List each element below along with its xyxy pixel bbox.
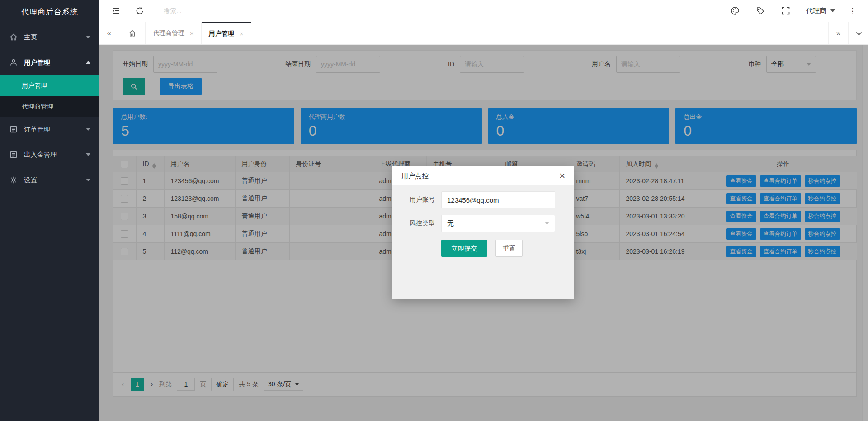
account-label: 用户账号 bbox=[392, 196, 441, 204]
modal-body: 用户账号 风控类型 无 立即提交 重置 bbox=[392, 185, 574, 299]
risk-type-select[interactable]: 无 bbox=[441, 215, 555, 232]
sidebar-subitem-user-management[interactable]: 用户管理 bbox=[0, 75, 99, 96]
user-menu-label: 代理商 bbox=[806, 7, 826, 15]
sidebar-menu: 主页 用户管理 用户管理 代理商管理 订单管理 bbox=[0, 24, 99, 193]
refresh-icon[interactable] bbox=[135, 6, 145, 16]
user-control-modal: 用户点控 × 用户账号 风控类型 无 立即提交 重置 bbox=[392, 166, 574, 299]
fullscreen-icon[interactable] bbox=[781, 6, 791, 16]
app-root: 代理商后台系统 主页 用户管理 用户管理 代理商管理 bbox=[0, 0, 868, 421]
gear-icon bbox=[9, 175, 18, 184]
funds-form-icon bbox=[9, 150, 18, 159]
more-vertical-icon[interactable]: ⋮ bbox=[849, 6, 856, 16]
sidebar-item-home[interactable]: 主页 bbox=[0, 24, 99, 50]
tabbar-right: » bbox=[828, 22, 868, 44]
modal-header: 用户点控 × bbox=[392, 166, 574, 185]
order-form-icon bbox=[9, 125, 18, 134]
sidebar-item-user-management[interactable]: 用户管理 bbox=[0, 50, 99, 75]
home-icon bbox=[9, 33, 18, 42]
sidebar-item-funds-management[interactable]: 出入金管理 bbox=[0, 142, 99, 167]
sidebar: 代理商后台系统 主页 用户管理 用户管理 代理商管理 bbox=[0, 0, 99, 421]
topbar: 代理商 ⋮ bbox=[99, 0, 868, 22]
chevron-down-icon bbox=[86, 153, 90, 156]
tab-label: 代理商管理 bbox=[153, 29, 184, 38]
close-icon[interactable]: × bbox=[240, 30, 244, 38]
chevron-down-icon bbox=[86, 128, 90, 131]
risk-type-label: 风控类型 bbox=[392, 219, 441, 227]
account-input[interactable] bbox=[441, 191, 555, 208]
submit-button[interactable]: 立即提交 bbox=[441, 240, 487, 257]
risk-type-value: 无 bbox=[447, 219, 454, 228]
user-menu[interactable]: 代理商 bbox=[806, 7, 835, 15]
topbar-actions: 代理商 ⋮ bbox=[715, 6, 856, 16]
close-icon[interactable]: × bbox=[190, 29, 194, 37]
sidebar-item-label: 主页 bbox=[24, 33, 37, 42]
chevron-down-icon bbox=[830, 9, 835, 12]
tabbar: « 代理商管理 × 用户管理 × » bbox=[99, 22, 868, 45]
tab-label: 用户管理 bbox=[209, 30, 234, 38]
sidebar-subitem-agent-management[interactable]: 代理商管理 bbox=[0, 96, 99, 117]
sidebar-item-label: 用户管理 bbox=[24, 58, 50, 67]
tab-home[interactable] bbox=[119, 22, 146, 44]
menu-fold-icon[interactable] bbox=[111, 6, 121, 16]
chevron-up-icon bbox=[86, 61, 90, 64]
sidebar-submenu: 用户管理 代理商管理 bbox=[0, 75, 99, 117]
app-title: 代理商后台系统 bbox=[0, 0, 99, 24]
tag-icon[interactable] bbox=[755, 6, 765, 16]
tab-user-management[interactable]: 用户管理 × bbox=[202, 22, 251, 44]
tabs-menu-chevron-icon[interactable] bbox=[848, 22, 868, 44]
close-icon[interactable]: × bbox=[559, 171, 565, 181]
reset-button[interactable]: 重置 bbox=[495, 240, 523, 257]
tab-agent-management[interactable]: 代理商管理 × bbox=[146, 22, 202, 44]
modal-title: 用户点控 bbox=[401, 172, 429, 180]
sidebar-item-order-management[interactable]: 订单管理 bbox=[0, 117, 99, 142]
home-icon bbox=[128, 29, 137, 38]
chevron-down-icon bbox=[545, 222, 549, 225]
sidebar-item-settings[interactable]: 设置 bbox=[0, 167, 99, 193]
theme-palette-icon[interactable] bbox=[730, 6, 740, 16]
tabs-scroll-left-icon[interactable]: « bbox=[99, 22, 119, 44]
tabs-scroll-right-icon[interactable]: » bbox=[828, 22, 848, 44]
chevron-down-icon bbox=[86, 179, 90, 181]
sidebar-item-label: 订单管理 bbox=[24, 125, 50, 134]
search-input[interactable] bbox=[164, 7, 250, 14]
sidebar-item-label: 设置 bbox=[24, 176, 37, 184]
sidebar-item-label: 出入金管理 bbox=[24, 151, 57, 159]
user-icon bbox=[9, 58, 18, 67]
chevron-down-icon bbox=[86, 36, 90, 38]
